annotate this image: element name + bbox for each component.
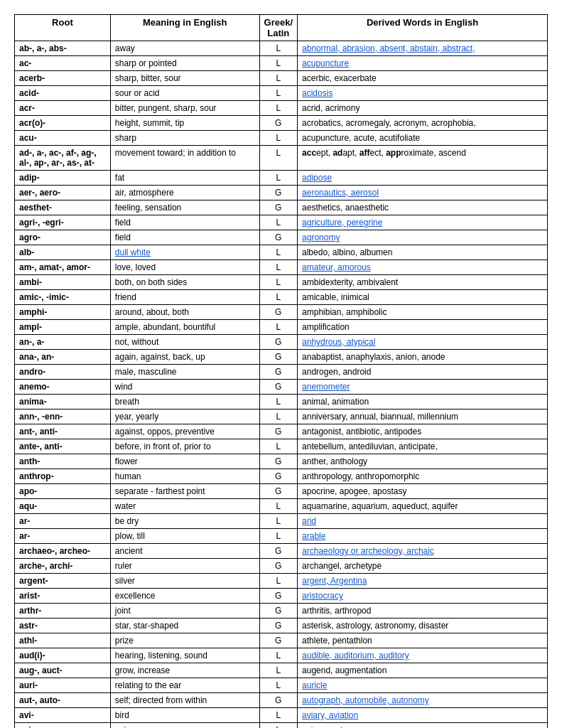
derived-cell: antebellum, antediluvian, anticipate, — [298, 439, 548, 454]
root-cell: aud(i)- — [15, 648, 111, 663]
lang-cell: L — [259, 101, 297, 116]
lang-cell: L — [259, 499, 297, 514]
lang-cell: L — [259, 245, 297, 260]
derived-cell: acidosis — [298, 86, 548, 101]
meaning-cell: bitter, pungent, sharp, sour — [110, 101, 259, 116]
lang-cell: L — [259, 146, 297, 171]
root-cell: ar- — [15, 514, 111, 529]
table-row: aqu-waterLaquamarine, aquarium, aqueduct… — [15, 499, 548, 514]
root-cell: acu- — [15, 131, 111, 146]
table-row: acr(o)-height, summit, tipGacrobatics, a… — [15, 116, 548, 131]
root-cell: an-, a- — [15, 335, 111, 350]
root-cell: andro- — [15, 365, 111, 380]
lang-cell: L — [259, 290, 297, 305]
lang-cell: G — [259, 633, 297, 648]
root-cell: ac- — [15, 56, 111, 71]
derived-cell: adipose — [298, 171, 548, 186]
lang-cell: L — [259, 320, 297, 335]
lang-cell: G — [259, 454, 297, 469]
table-row: ar-plow, tillLarable — [15, 529, 548, 544]
derived-cell: animal, animation — [298, 395, 548, 410]
derived-cell: anabaptist, anaphylaxis, anion, anode — [298, 350, 548, 365]
derived-cell: arid — [298, 514, 548, 529]
root-cell: arche-, archi- — [15, 559, 111, 574]
derived-cell: antagonist, antibiotic, antipodes — [298, 424, 548, 439]
meaning-cell: relating to the ear — [110, 678, 259, 693]
meaning-cell: flower — [110, 454, 259, 469]
lang-cell: G — [259, 350, 297, 365]
table-row: arthr-jointGarthritis, arthropod — [15, 604, 548, 619]
derived-cell: autograph, automobile, autonomy — [298, 693, 548, 708]
derived-cell: audible, auditorium, auditory — [298, 648, 548, 663]
table-row: arist-excellenceGaristocracy — [15, 589, 548, 604]
lang-cell: L — [259, 71, 297, 86]
root-cell: anima- — [15, 395, 111, 410]
derived-cell: androgen, android — [298, 365, 548, 380]
table-row: ad-, a-, ac-, af-, ag-, al-, ap-, ar-, a… — [15, 146, 548, 171]
derived-cell: acupuncture, acute, acutifoliate — [298, 131, 548, 146]
derived-cell: arable — [298, 529, 548, 544]
root-cell: aug-, auct- — [15, 663, 111, 678]
meaning-cell: movement toward; in addition to — [110, 146, 259, 171]
derived-cell: arthritis, arthropod — [298, 604, 548, 619]
root-cell: ana-, an- — [15, 350, 111, 365]
meaning-cell: height, summit, tip — [110, 116, 259, 131]
derived-cell: aeronautics, aerosol — [298, 186, 548, 200]
lang-cell: G — [259, 484, 297, 499]
root-cell: aut-, auto- — [15, 693, 111, 708]
meaning-cell: again, against, back, up — [110, 350, 259, 365]
root-cell: agro- — [15, 230, 111, 245]
table-row: aesthet-feeling, sensationGaesthetics, a… — [15, 200, 548, 215]
root-cell: auri- — [15, 678, 111, 693]
lang-cell: G — [259, 365, 297, 380]
root-cell: acr(o)- — [15, 116, 111, 131]
lang-cell: L — [259, 171, 297, 186]
table-row: ab-, a-, abs-awayLabnormal, abrasion, ab… — [15, 41, 548, 56]
meaning-cell: field — [110, 215, 259, 230]
lang-cell: G — [259, 469, 297, 484]
derived-cell: auricle — [298, 678, 548, 693]
table-row: agri-, -egri-fieldLagriculture, peregrin… — [15, 215, 548, 230]
meaning-cell: bird — [110, 708, 259, 723]
table-row: agro-fieldGagronomy — [15, 230, 548, 245]
derived-cell: aviary, aviation — [298, 708, 548, 723]
meaning-cell: love, loved — [110, 260, 259, 275]
table-row: ar-be dryLarid — [15, 514, 548, 529]
meaning-cell: friend — [110, 290, 259, 305]
header-meaning: Meaning in English — [110, 15, 259, 41]
lang-cell: L — [259, 395, 297, 410]
table-row: anthrop-humanGanthropology, anthropomorp… — [15, 469, 548, 484]
meaning-cell: be dry — [110, 514, 259, 529]
meaning-cell: away — [110, 41, 259, 56]
meaning-cell: ruler — [110, 559, 259, 574]
meaning-cell: hearing, listening, sound — [110, 648, 259, 663]
meaning-cell: field — [110, 230, 259, 245]
table-row: an-, a-not, withoutGanhydrous, atypical — [15, 335, 548, 350]
root-cell: arist- — [15, 589, 111, 604]
meaning-cell: human — [110, 469, 259, 484]
table-row: am-, amat-, amor-love, lovedLamateur, am… — [15, 260, 548, 275]
table-row: ampl-ample, abundant, bountifulLamplific… — [15, 320, 548, 335]
derived-cell: aquamarine, aquarium, aqueduct, aquifer — [298, 499, 548, 514]
meaning-cell: water — [110, 499, 259, 514]
table-row: ana-, an-again, against, back, upGanabap… — [15, 350, 548, 365]
derived-cell: amateur, amorous — [298, 260, 548, 275]
table-row: ac-sharp or pointedLacupuncture — [15, 56, 548, 71]
root-cell: astr- — [15, 619, 111, 633]
table-row: ante-, anti-before, in front of, prior t… — [15, 439, 548, 454]
table-row: ann-, -enn-year, yearlyLanniversary, ann… — [15, 410, 548, 424]
table-row: amic-, -imic-friendLamicable, inimical — [15, 290, 548, 305]
meaning-cell: dull white — [110, 245, 259, 260]
table-row: apo-separate - farthest pointGapocrine, … — [15, 484, 548, 499]
root-cell: aqu- — [15, 499, 111, 514]
roots-table: Root Meaning in English Greek/ Latin Der… — [14, 14, 548, 728]
derived-cell: anemometer — [298, 380, 548, 395]
derived-cell: argent, Argentina — [298, 574, 548, 589]
root-cell: acerb- — [15, 71, 111, 86]
meaning-cell: joint — [110, 604, 259, 619]
lang-cell: L — [259, 86, 297, 101]
lang-cell: G — [259, 230, 297, 245]
meaning-cell: air, atmosphere — [110, 186, 259, 200]
meaning-cell: not, without — [110, 335, 259, 350]
derived-cell: ambidexterity, ambivalent — [298, 275, 548, 290]
